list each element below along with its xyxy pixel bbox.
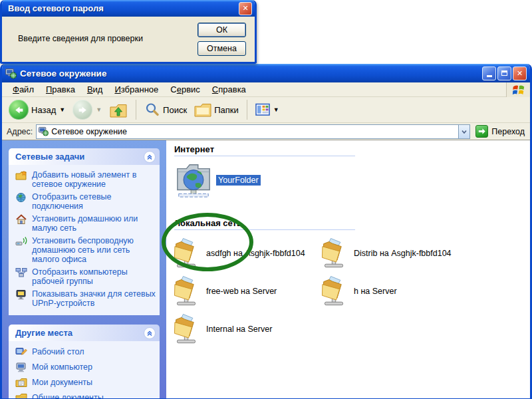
menu-favorites[interactable]: Избранное [108, 83, 164, 96]
desktop-icon [15, 346, 27, 357]
toolbar: Назад ▼ ▼ Поиск Папки ▼ [2, 97, 530, 123]
menu-tools[interactable]: Сервис [164, 83, 206, 96]
sidebar-item-upnp-devices[interactable]: Показывать значки для сетевых UPnP-устро… [15, 289, 156, 308]
group-rule [174, 229, 355, 230]
dialog-body: Введите сведения для проверки ОК Отмена [2, 17, 255, 60]
views-dropdown-icon[interactable]: ▼ [273, 106, 279, 113]
sidebar-item-my-computer[interactable]: Мой компьютер [15, 362, 156, 372]
sidebar-item-desktop[interactable]: Рабочий стол [15, 346, 156, 357]
network-places-icon [39, 126, 49, 136]
panel-network-tasks-header[interactable]: Сетевые задачи [9, 148, 160, 165]
desktop: { "colors": { "selection_blue": "#316AC5… [0, 0, 532, 399]
file-item-share[interactable]: h на Server [322, 272, 522, 310]
windows-logo-icon [506, 82, 530, 97]
address-input[interactable] [51, 126, 456, 138]
dialog-title: Ввод сетевого пароля [8, 3, 239, 13]
sidebar-item-network-connections[interactable]: Отобразить сетевые подключения [15, 192, 156, 211]
views-icon [255, 103, 270, 116]
folder-content: Интернет YourFolder Локальная сеть asdfg… [166, 140, 530, 399]
network-share-icon [174, 313, 198, 346]
ok-button[interactable]: ОК [198, 23, 246, 37]
address-dropdown-button[interactable] [458, 125, 469, 138]
chevron-up-icon[interactable] [144, 151, 156, 163]
cancel-button[interactable]: Отмена [198, 41, 246, 56]
group-rule [174, 156, 355, 156]
go-arrow-icon [475, 125, 488, 138]
group-title-internet: Интернет [174, 144, 522, 154]
panel-other-places-header[interactable]: Другие места [9, 325, 160, 341]
search-label: Поиск [163, 105, 187, 115]
back-label: Назад [31, 105, 56, 115]
panel-title: Сетевые задачи [15, 152, 84, 162]
sidebar-item-home-network[interactable]: Установить домашнюю или малую сеть [15, 214, 156, 233]
menu-file[interactable]: Файл [7, 83, 40, 96]
minimize-icon[interactable] [482, 66, 496, 80]
network-share-icon [322, 275, 346, 308]
views-button[interactable]: ▼ [253, 102, 282, 118]
file-item-share[interactable]: free-web на Server [174, 272, 322, 310]
back-dropdown-icon[interactable]: ▼ [59, 106, 65, 113]
folders-icon [194, 102, 211, 118]
back-button[interactable]: Назад ▼ [6, 98, 68, 121]
network-share-icon [174, 275, 198, 308]
address-bar: Адрес: Переход [2, 123, 530, 140]
group-title-local-network: Локальная сеть [174, 218, 522, 228]
window-titlebar[interactable]: Сетевое окружение ✕ [2, 64, 530, 82]
back-arrow-icon [9, 100, 29, 120]
upnp-devices-icon [15, 289, 27, 300]
file-item-yourfolder[interactable]: YourFolder [174, 160, 522, 201]
menu-view[interactable]: Вид [81, 83, 109, 96]
file-item-share[interactable]: Internal на Server [174, 310, 322, 348]
panel-title: Другие места [15, 328, 72, 338]
address-combobox[interactable] [36, 124, 470, 139]
network-share-icon [174, 237, 198, 270]
sidebar-item-my-documents[interactable]: Мои документы [15, 377, 156, 388]
folders-label: Папки [214, 105, 239, 115]
search-button[interactable]: Поиск [142, 100, 190, 119]
window-title: Сетевое окружение [20, 68, 479, 78]
file-item-share[interactable]: asdfgh на Asghjk-fbbfd104 [174, 234, 322, 272]
sidebar-item-wireless-network[interactable]: Установить беспроводную домашнюю сеть ил… [15, 236, 156, 264]
menu-bar: Файл Правка Вид Избранное Сервис Справка [2, 82, 530, 97]
shared-documents-icon [15, 392, 27, 399]
address-label: Адрес: [7, 127, 33, 136]
go-button[interactable]: Переход [473, 124, 527, 138]
network-connections-icon [15, 192, 27, 203]
close-icon[interactable]: ✕ [239, 2, 252, 15]
selected-item-label[interactable]: YourFolder [216, 175, 261, 186]
toolbar-separator [247, 100, 247, 120]
toolbar-separator [136, 100, 136, 120]
file-item-share[interactable]: Distrib на Asghjk-fbbfd104 [322, 234, 522, 272]
forward-button[interactable]: ▼ [70, 98, 104, 121]
panel-other-places: Другие места Рабочий стол Мой компьютер [9, 325, 160, 399]
sidebar-item-shared-documents[interactable]: Общие документы [15, 392, 156, 399]
task-pane: Сетевые задачи Добавить новый элемент в … [2, 140, 166, 399]
my-computer-icon [15, 362, 27, 372]
sidebar-item-workgroup-computers[interactable]: Отобразить компьютеры рабочей группы [15, 267, 156, 286]
up-button[interactable] [106, 99, 130, 120]
home-network-icon [15, 214, 27, 225]
dialog-titlebar[interactable]: Ввод сетевого пароля ✕ [2, 0, 255, 17]
panel-network-tasks: Сетевые задачи Добавить новый элемент в … [9, 148, 160, 315]
search-icon [144, 102, 160, 118]
maximize-icon[interactable] [497, 66, 511, 80]
explorer-window: Сетевое окружение ✕ Файл Правка Вид Избр… [0, 64, 532, 399]
forward-dropdown-icon: ▼ [96, 106, 102, 113]
network-folder-icon [174, 160, 213, 200]
menu-help[interactable]: Справка [206, 83, 252, 96]
chevron-up-icon[interactable] [144, 327, 156, 339]
workgroup-computers-icon [15, 267, 27, 278]
close-icon[interactable]: ✕ [513, 66, 527, 80]
dialog-message: Введите сведения для проверки [18, 34, 143, 43]
my-documents-icon [15, 377, 27, 388]
wireless-network-icon [15, 236, 27, 247]
sidebar-item-add-network-place[interactable]: Добавить новый элемент в сетевое окружен… [15, 170, 156, 189]
add-network-place-icon [15, 170, 27, 181]
forward-arrow-icon [72, 100, 92, 120]
up-folder-icon [109, 100, 128, 119]
network-share-icon [322, 237, 346, 270]
folders-button[interactable]: Папки [192, 100, 241, 119]
menu-edit[interactable]: Правка [40, 83, 81, 96]
network-places-icon [5, 68, 17, 79]
chevron-down-icon [460, 128, 468, 136]
